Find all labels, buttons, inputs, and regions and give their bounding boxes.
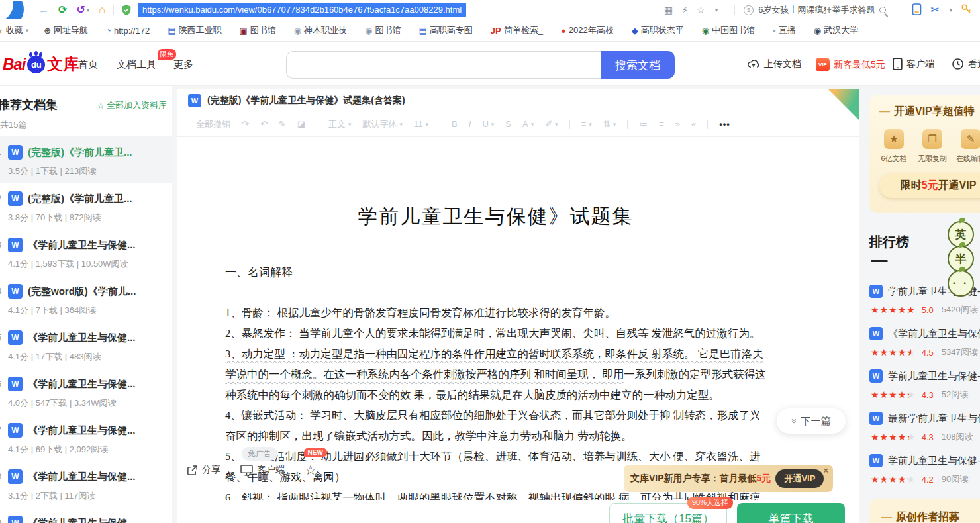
send-to-phone-icon[interactable] [912, 3, 922, 17]
doc-search-input[interactable] [286, 51, 601, 79]
add-all-to-library-link[interactable]: ☆ 全部加入资料库 [97, 99, 167, 111]
price-text: 5元 [757, 473, 771, 485]
indent-increase-button[interactable]: » [675, 119, 680, 129]
search-icon[interactable] [879, 7, 886, 13]
bullet-list-button[interactable]: ≡ [659, 119, 664, 129]
paragraph-style-dropdown[interactable]: 正文▾ [328, 119, 352, 130]
mascot-sticker[interactable] [948, 270, 974, 297]
hot-search-text[interactable]: 6岁女孩上网课疯狂举手求答题 [758, 4, 875, 16]
indent-decrease-button[interactable]: « [691, 119, 696, 129]
browser-search-box[interactable]: S 6岁女孩上网课疯狂举手求答题 [744, 4, 886, 16]
ranking-item[interactable]: W 学前儿童卫生与保健- ★★★★★★★★★★ 4.2 90阅读 [869, 454, 980, 497]
bookmark-item[interactable]: ◉ 神木职业技 [294, 24, 350, 36]
batch-download-button[interactable]: 90%人选择 批量下载（15篇） [609, 503, 727, 523]
bookmark-item[interactable]: ▤ 陕西工业职 [168, 24, 224, 36]
chevron-down-icon: ▾ [426, 121, 429, 128]
word-doc-icon: W [869, 412, 883, 425]
nav-more[interactable]: 更多 [173, 58, 193, 71]
sidebar-doc-item[interactable]: 6 W 《学前儿童卫生与保健... 4.0分 | 547下载 | 3.34W阅读 [0, 368, 172, 414]
underline-dropdown[interactable]: U▾ [482, 119, 494, 129]
search-docs-button[interactable]: 搜索文档 [601, 51, 675, 79]
add-to-library-button[interactable]: NEW ☆ [305, 462, 317, 478]
sidebar-doc-item[interactable]: 4 W (完整word版)《学前儿... 4.1分 | 7下载 | 364阅读 [0, 275, 172, 322]
font-family-dropdown[interactable]: 默认字体▾ [363, 119, 403, 130]
security-shield-icon[interactable] [121, 4, 132, 16]
bookmark-item[interactable]: ▪ 直播 [773, 24, 799, 36]
bookmark-item[interactable]: ⊕ 网址导航 [44, 24, 91, 36]
nav-doc-tools[interactable]: 文档工具 [117, 58, 156, 71]
bookmark-item[interactable]: ▣ 图书馆 [239, 24, 278, 36]
single-download-button[interactable]: 单篇下载 [737, 503, 845, 523]
bookmark-item[interactable]: ◉ 中国图书馆 [702, 24, 758, 36]
undo-navigation-icon[interactable]: ↺ [76, 0, 85, 20]
refresh-icon[interactable]: ⟳ [58, 0, 67, 20]
undo-all-button[interactable]: 全部撤销 [196, 119, 230, 130]
open-vip-price-button[interactable]: 限时5元开通VIP [879, 173, 980, 198]
sidebar-doc-item[interactable]: 1 W (完整版)《学前儿童卫... 3.5分 | 1下载 | 213阅读 [0, 136, 172, 183]
chevron-down-icon[interactable]: ▾ [87, 7, 90, 13]
bookmark-item[interactable]: ★ 收藏 ▾ [0, 24, 28, 36]
home-icon[interactable]: ⌂ [99, 0, 105, 20]
chevron-down-icon[interactable]: ▾ [715, 7, 718, 13]
bookmark-item[interactable]: ◉ 图书馆 [365, 24, 403, 36]
baidu-wenku-logo[interactable]: Bai du 文库 [3, 54, 79, 75]
line-spacing-dropdown[interactable]: ⇅▾ [603, 119, 616, 129]
back-icon[interactable]: ← [38, 0, 49, 20]
open-vip-button[interactable]: 开通VIP [775, 469, 824, 488]
ranking-item[interactable]: W 《学前儿童卫生与保健 ★★★★★★★★★★ 4.5 5347阅读 [869, 327, 980, 369]
word-doc-icon: W [8, 516, 23, 523]
item-number: 3 [0, 240, 1, 250]
password-key-icon[interactable] [961, 3, 972, 17]
sidebar-doc-item[interactable]: 8 W 《学前儿童卫生与保健... 3.1分 | 2下载 | 117阅读 [0, 461, 172, 507]
qr-code-icon[interactable]: ▦ [664, 5, 673, 15]
undo-icon[interactable]: ↶ [260, 119, 268, 129]
italic-button[interactable]: I [469, 119, 471, 129]
doc-title: 《学前儿童卫生与保健... [28, 471, 136, 483]
eraser-icon[interactable]: ◪ [297, 119, 305, 129]
bookmark-item[interactable]: ◆ 高职状态平 [632, 24, 687, 36]
ranking-item[interactable]: W 学前儿童卫生与保健- ★★★★★★★★★★ 4.3 52阅读 [869, 369, 980, 412]
vip-promo-link[interactable]: VIP 新客最低5元 [816, 58, 885, 71]
highlight-dropdown[interactable]: ✐▾ [545, 119, 558, 129]
creator-recruit-card[interactable]: —原创作者招募 [869, 499, 980, 523]
bold-button[interactable]: B [452, 119, 458, 129]
lightning-icon[interactable]: ⚡ [681, 5, 688, 15]
more-tools-button[interactable]: ••• [719, 119, 730, 129]
bookmark-label: http://172 [114, 26, 150, 36]
favorite-star-icon[interactable]: ☆ [697, 5, 705, 15]
read-count: 52阅读 [942, 389, 968, 401]
sidebar-doc-item[interactable]: 5 W 《学前儿童卫生与保健... 4.1分 | 17下载 | 483阅读 [0, 322, 172, 368]
redo-icon[interactable]: ↷ [242, 119, 249, 129]
chevron-down-icon[interactable]: ▾ [950, 7, 953, 13]
item-number: 8 [0, 471, 1, 481]
url-bar[interactable]: https://wenku.baidu.com/view/0b677077834… [138, 3, 466, 17]
bookmark-label: 图书馆 [250, 24, 276, 36]
ranking-item[interactable]: W 最新学前儿童卫生与保 ★★★★★★★★★★ 4.3 108阅读 [869, 412, 980, 454]
bookmark-item[interactable]: ● 2022年高校 [561, 24, 616, 36]
bookmark-item[interactable]: ◔ http://172 [106, 26, 152, 36]
client-app-link[interactable]: 客户端 [893, 58, 934, 70]
sidebar-doc-item[interactable]: 7 W 《学前儿童卫生与保健... 4.1分 | 69下载 | 2,092阅读 [0, 414, 172, 461]
font-size-dropdown[interactable]: 11▾ [414, 119, 428, 129]
font-color-dropdown[interactable]: A▾ [522, 119, 534, 129]
align-dropdown[interactable]: ≡▾ [581, 119, 592, 129]
nav-home[interactable]: 首页 [78, 58, 98, 71]
screenshot-scissors-icon[interactable]: ✂ [930, 0, 939, 20]
sidebar-doc-item[interactable]: 3 W 《学前儿童卫生与保健... 4.1分 | 1,593下载 | 10.50… [0, 229, 172, 275]
sidebar-doc-item[interactable]: 2 W (完整版)《学前儿童卫... 3.8分 | 70下载 | 872阅读 [0, 183, 172, 229]
strikethrough-button[interactable]: S [505, 119, 511, 129]
format-painter-icon[interactable]: ✎ [279, 119, 286, 129]
bookmark-favicon: JP [491, 26, 501, 36]
bookmark-item[interactable]: ◉ 武汉大学 [814, 24, 861, 36]
numbered-list-button[interactable]: ≔ [639, 119, 648, 129]
close-icon[interactable]: × [823, 465, 828, 475]
sidebar-doc-item[interactable]: 9 W 《学前儿童卫生与保健... [0, 507, 172, 523]
share-button[interactable]: 分享 [187, 464, 220, 476]
bookmark-label: 简单检索_ [504, 24, 543, 36]
history-link[interactable]: 看过 [952, 58, 980, 70]
next-article-button[interactable]: » 下一篇 [777, 408, 846, 434]
upload-doc-button[interactable]: 上传文档 [747, 58, 801, 71]
client-app-button[interactable]: 免广告 客户端 [240, 464, 285, 476]
bookmark-item[interactable]: JP 简单检索_ [491, 24, 546, 36]
bookmark-item[interactable]: ▤ 高职高专图 [418, 24, 475, 36]
